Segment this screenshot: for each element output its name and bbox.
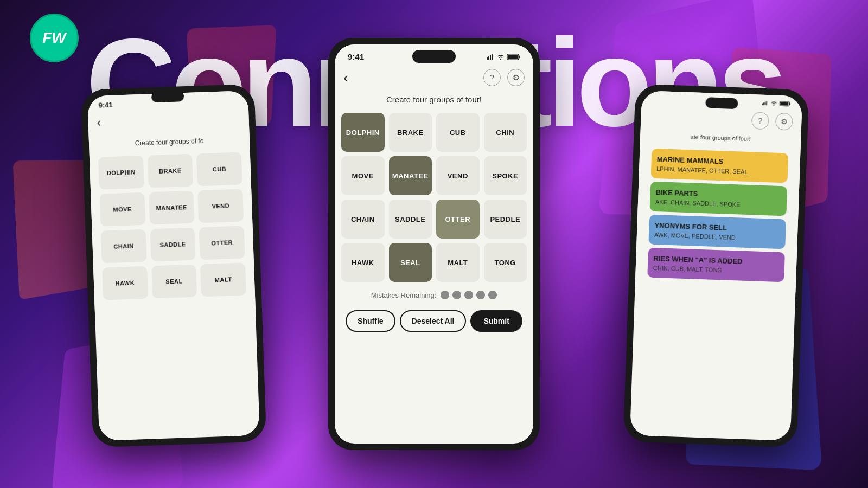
word-tile-malt[interactable]: MALT (436, 243, 480, 282)
center-nav-icons: ? ⚙ (483, 69, 525, 86)
right-results: MARINE MAMMALSLPHIN, MANATEE, OTTER, SEA… (641, 144, 795, 290)
right-game-title: ate four groups of four! (646, 132, 795, 144)
right-nav-icons: ? ⚙ (751, 112, 793, 131)
left-tile-chain[interactable]: CHAIN (101, 229, 147, 264)
left-tile-otter[interactable]: OTTER (199, 226, 245, 260)
right-wifi-icon (770, 100, 777, 106)
left-tile-hawk[interactable]: HAWK (102, 266, 148, 300)
word-tile-saddle[interactable]: SADDLE (389, 200, 432, 239)
phone-left: 9:41 ‹ Create four groups of fo DOLPHINB… (81, 84, 267, 448)
mistake-dot-1 (441, 291, 449, 299)
fw-logo: FW (30, 14, 79, 62)
svg-point-11 (773, 105, 774, 106)
mistake-dot-5 (488, 291, 497, 299)
left-tile-saddle[interactable]: SADDLE (150, 228, 196, 262)
word-tile-vend[interactable]: VEND (436, 156, 480, 195)
word-tile-otter[interactable]: OTTER (436, 200, 480, 239)
right-signal-icon (762, 100, 768, 106)
mistakes-label: Mistakes Remaining: (371, 291, 437, 299)
left-tile-manatee[interactable]: MANATEE (149, 191, 195, 225)
svg-rect-3 (492, 54, 493, 60)
word-tile-seal[interactable]: SEAL (389, 243, 432, 282)
mistake-dot-3 (464, 291, 473, 299)
svg-rect-6 (508, 55, 518, 59)
right-help-button[interactable]: ? (751, 112, 769, 130)
result-words-yellow: LPHIN, MANATEE, OTTER, SEAL (656, 165, 782, 176)
center-nav-bar: ‹ ? ⚙ (335, 65, 533, 91)
left-word-grid: DOLPHINBRAKECUBMOVEMANATEEVENDCHAINSADDL… (98, 152, 246, 300)
left-phone-time: 9:41 (98, 101, 113, 110)
center-phone-time: 9:41 (348, 52, 364, 61)
left-back-button[interactable]: ‹ (97, 116, 101, 130)
signal-icon (487, 54, 494, 60)
mistake-dots (441, 291, 497, 299)
shuffle-button[interactable]: Shuffle (346, 310, 395, 332)
phones-container: 9:41 ‹ Create four groups of fo DOLPHINB… (0, 0, 868, 488)
word-tile-chin[interactable]: CHIN (484, 113, 527, 152)
svg-point-4 (500, 58, 501, 59)
result-words-purple: CHIN, CUB, MALT, TONG (653, 265, 779, 275)
phone-center: 9:41 ‹ ? ⚙ Create four groups of four! (328, 38, 540, 450)
result-card-blue: YNONYMS FOR SELLAWK, MOVE, PEDDLE, VEND (648, 215, 786, 249)
word-tile-spoke[interactable]: SPOKE (484, 156, 527, 195)
svg-rect-13 (780, 102, 788, 106)
help-button[interactable]: ? (483, 69, 501, 86)
center-game-title: Create four groups of four! (341, 95, 527, 104)
battery-icon (507, 54, 520, 60)
right-battery-icon (779, 101, 791, 107)
phone-right-screen: ? ⚙ ate four groups of four! MARINE MAMM… (630, 91, 802, 441)
left-tile-cub[interactable]: CUB (196, 152, 242, 187)
center-game-content: Create four groups of four! DOLPHINBRAKE… (335, 91, 533, 341)
result-card-yellow: MARINE MAMMALSLPHIN, MANATEE, OTTER, SEA… (651, 149, 789, 183)
word-tile-dolphin[interactable]: DOLPHIN (341, 113, 385, 152)
result-card-green: BIKE PARTSAKE, CHAIN, SADDLE, SPOKE (649, 182, 787, 216)
left-tile-vend[interactable]: VEND (198, 189, 244, 223)
word-tile-cub[interactable]: CUB (436, 113, 480, 152)
right-game-content: ate four groups of four! MARINE MAMMALSL… (635, 130, 801, 292)
result-card-purple: RIES WHEN "A" IS ADDEDCHIN, CUB, MALT, T… (647, 248, 785, 282)
svg-rect-10 (766, 101, 767, 106)
svg-rect-1 (488, 56, 489, 60)
mistakes-row: Mistakes Remaining: (341, 291, 527, 299)
action-buttons: Shuffle Deselect All Submit (341, 306, 527, 336)
deselect-button[interactable]: Deselect All (400, 310, 467, 332)
left-game-title: Create four groups of fo (98, 136, 241, 149)
phone-right: ? ⚙ ate four groups of four! MARINE MAMM… (623, 84, 809, 448)
result-words-blue: AWK, MOVE, PEDDLE, VEND (654, 232, 780, 242)
word-tile-move[interactable]: MOVE (341, 156, 385, 195)
word-tile-tong[interactable]: TONG (484, 243, 527, 282)
right-settings-button[interactable]: ⚙ (775, 113, 793, 131)
word-tile-manatee[interactable]: MANATEE (389, 156, 432, 195)
left-tile-move[interactable]: MOVE (99, 192, 145, 227)
svg-rect-0 (487, 57, 488, 60)
submit-button[interactable]: Submit (470, 310, 522, 332)
svg-rect-8 (763, 102, 764, 105)
left-tile-dolphin[interactable]: DOLPHIN (98, 156, 144, 190)
left-tile-malt[interactable]: MALT (200, 262, 246, 297)
left-tile-seal[interactable]: SEAL (151, 265, 197, 299)
phone-left-screen: 9:41 ‹ Create four groups of fo DOLPHINB… (87, 91, 260, 441)
result-words-green: AKE, CHAIN, SADDLE, SPOKE (655, 198, 781, 209)
svg-rect-2 (490, 55, 491, 60)
word-tile-peddle[interactable]: PEDDLE (484, 200, 527, 239)
mistake-dot-2 (452, 291, 461, 299)
center-word-grid: DOLPHINBRAKECUBCHINMOVEMANATEEVENDSPOKEC… (341, 113, 527, 282)
mistake-dot-4 (476, 291, 485, 299)
svg-rect-9 (765, 101, 766, 105)
left-game-content: Create four groups of fo DOLPHINBRAKECUB… (88, 129, 255, 316)
word-tile-hawk[interactable]: HAWK (341, 243, 385, 282)
center-back-button[interactable]: ‹ (343, 69, 348, 86)
word-tile-brake[interactable]: BRAKE (389, 113, 432, 152)
left-tile-brake[interactable]: BRAKE (148, 154, 194, 188)
word-tile-chain[interactable]: CHAIN (341, 200, 385, 239)
settings-button[interactable]: ⚙ (507, 69, 525, 86)
phone-center-screen: 9:41 ‹ ? ⚙ Create four groups of four! (335, 44, 533, 444)
wifi-icon (497, 54, 505, 60)
svg-rect-7 (762, 104, 763, 105)
